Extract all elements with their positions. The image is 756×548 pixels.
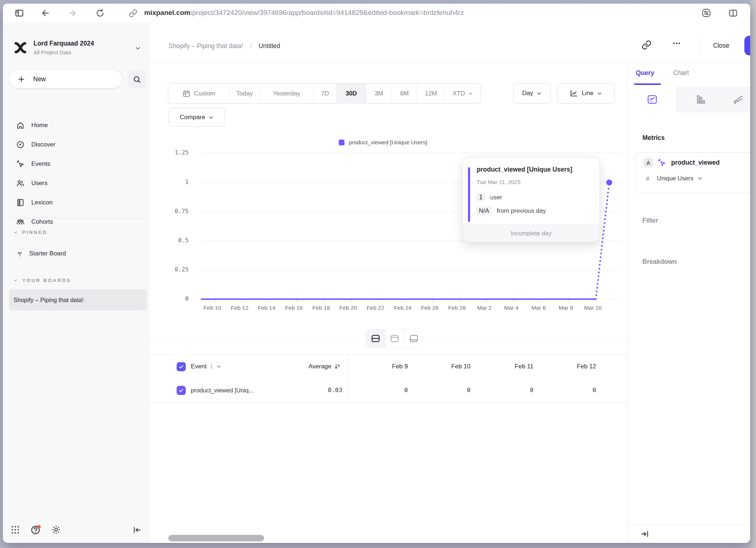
table-date-header[interactable]: Feb 11 xyxy=(479,363,533,370)
y-tick-label: 0 xyxy=(150,295,189,302)
sliders-icon xyxy=(701,8,711,18)
tab-query[interactable]: Query xyxy=(636,69,654,77)
more-options-button[interactable]: ••• xyxy=(673,40,681,46)
search-icon xyxy=(133,75,141,84)
table-date-header[interactable]: Feb 12 xyxy=(542,363,596,370)
range-label: Custom xyxy=(194,90,216,97)
url-bar[interactable]: mixpanel.com/project/3472420/view/397469… xyxy=(144,9,464,17)
desktop-right-strip xyxy=(750,0,756,548)
range-7d[interactable]: 7D xyxy=(314,83,336,104)
forward-button[interactable] xyxy=(68,8,77,18)
sidebar: Lord Farquaad 2024 All Project Data New … xyxy=(3,23,149,543)
insights-report-icon xyxy=(647,94,658,105)
metric-type-symbol: # xyxy=(646,176,649,182)
project-switcher[interactable]: Lord Farquaad 2024 All Project Data xyxy=(3,37,149,66)
breadcrumb-board[interactable]: Shopify – Piping that data! xyxy=(169,42,243,50)
sidebar-item-cohorts[interactable]: Cohorts xyxy=(6,212,110,231)
header-divider xyxy=(700,38,700,56)
granularity-dropdown[interactable]: Day xyxy=(513,83,551,103)
range-label: Today xyxy=(236,90,253,97)
close-button[interactable]: Close xyxy=(713,42,729,50)
browser-split-view-button[interactable] xyxy=(728,8,738,18)
home-icon xyxy=(16,121,25,130)
sidebar-item-lexicon[interactable]: Lexicon xyxy=(6,193,110,212)
sidebar-item-users[interactable]: Users xyxy=(6,174,110,193)
collapse-panel-button[interactable] xyxy=(640,529,649,539)
row-checkbox[interactable] xyxy=(177,386,186,395)
browser-sidebar-toggle[interactable] xyxy=(15,8,24,18)
layout-chart-only-button[interactable] xyxy=(385,329,404,348)
collapse-right-icon xyxy=(640,529,649,539)
metrics-heading: Metrics xyxy=(642,134,665,142)
compare-button[interactable]: Compare xyxy=(169,108,225,127)
data-point-marker[interactable] xyxy=(606,180,612,185)
sidebar-item-events[interactable]: Events xyxy=(6,154,110,173)
section-pinned[interactable]: PINNED xyxy=(13,230,47,235)
layout-split-button[interactable] xyxy=(366,329,385,348)
tooltip-delta-label: from previous day xyxy=(497,207,546,214)
section-pinned-label: PINNED xyxy=(22,230,47,235)
report-type-flows[interactable] xyxy=(725,87,750,112)
tooltip-series-bar xyxy=(468,167,470,222)
range-yesterday[interactable]: Yesterday xyxy=(259,83,314,104)
range-xtd[interactable]: XTD xyxy=(445,83,481,104)
horizontal-scrollbar[interactable] xyxy=(168,535,264,541)
tooltip-value-row: 1 user xyxy=(476,193,502,201)
apps-grid-button[interactable] xyxy=(10,525,20,536)
tooltip-series-title: product_viewed [Unique Users] xyxy=(477,166,572,173)
table-row[interactable]: product_viewed [Uniq... 0.03 0 0 0 0 xyxy=(149,379,627,403)
metric-aggregation-label: Unique Users xyxy=(657,175,693,182)
layout-table-icon xyxy=(409,334,419,343)
copy-link-button[interactable] xyxy=(642,40,651,50)
layout-split-icon xyxy=(371,334,381,343)
sidebar-item-discover[interactable]: Discover xyxy=(6,135,110,154)
back-button[interactable] xyxy=(41,8,50,18)
metric-aggregation-dropdown[interactable]: Unique Users xyxy=(657,175,703,182)
breadcrumb-page[interactable]: Untitled xyxy=(259,42,280,50)
range-30d-selected[interactable]: 30D xyxy=(336,83,366,104)
screen: mixpanel.com/project/3472420/view/397469… xyxy=(0,0,756,548)
search-button[interactable] xyxy=(128,70,146,88)
table-average-header[interactable]: Average xyxy=(255,363,341,370)
table-date-header[interactable]: Feb 9 xyxy=(353,363,408,370)
row-series-name: product_viewed [Uniq... xyxy=(191,387,253,394)
report-type-insights-selected[interactable] xyxy=(628,87,676,112)
range-6m[interactable]: 6M xyxy=(391,83,417,104)
table-event-header[interactable]: Event 1 xyxy=(191,363,221,370)
tab-chart[interactable]: Chart xyxy=(673,69,689,77)
sidebar-item-home[interactable]: Home xyxy=(6,116,110,135)
report-type-unselected-group xyxy=(676,87,750,112)
reload-button[interactable] xyxy=(95,8,105,18)
save-button[interactable] xyxy=(744,36,750,55)
sidebar-item-starter-board[interactable]: Starter Board xyxy=(6,244,110,263)
range-3m[interactable]: 3M xyxy=(366,83,391,104)
new-button[interactable]: New xyxy=(9,70,122,88)
settings-button[interactable] xyxy=(51,525,61,535)
browser-page-settings-button[interactable] xyxy=(701,8,711,18)
range-today[interactable]: Today xyxy=(229,83,259,104)
metric-card[interactable]: A product_viewed # Unique Users xyxy=(636,152,750,193)
chevron-down-icon xyxy=(135,45,141,51)
help-icon xyxy=(30,524,41,535)
layout-table-only-button[interactable] xyxy=(404,329,423,348)
report-type-bars[interactable] xyxy=(677,87,725,112)
row-average-value: 0.03 xyxy=(255,387,342,394)
url-link-icon xyxy=(129,9,137,17)
row-value: 0 xyxy=(416,387,470,394)
chevron-down-icon xyxy=(13,230,18,235)
table-date-header[interactable]: Feb 10 xyxy=(416,363,470,370)
help-button[interactable] xyxy=(30,524,41,535)
range-12m[interactable]: 12M xyxy=(417,83,445,104)
range-custom[interactable]: Custom xyxy=(168,83,229,104)
section-your-boards[interactable]: YOUR BOARDS xyxy=(13,278,71,283)
x-tick-label: Mar 10 xyxy=(576,305,609,311)
collapse-sidebar-button[interactable] xyxy=(133,525,142,535)
chart-type-dropdown[interactable]: Line xyxy=(557,83,615,103)
tab-query-underline xyxy=(634,83,661,85)
chart-legend[interactable]: product_viewed [Unique Users] xyxy=(339,139,427,146)
cursor-spark-icon xyxy=(16,160,25,168)
chevron-down-icon xyxy=(697,176,703,181)
chevron-down-icon xyxy=(13,278,18,283)
sidebar-item-active-board[interactable]: Shopify – Piping that data! xyxy=(9,289,147,310)
table-header-checkbox[interactable] xyxy=(177,362,186,371)
